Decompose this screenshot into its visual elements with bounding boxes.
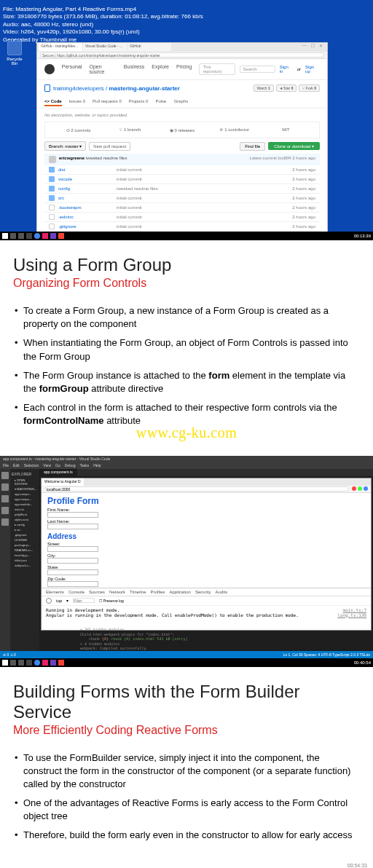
app-icon-2[interactable] xyxy=(50,660,56,666)
find-file-button[interactable]: Find file xyxy=(240,142,265,151)
sidebar-file[interactable]: tsconfig.js... xyxy=(12,553,38,558)
sidebar-file[interactable]: ▸ src xyxy=(12,527,38,532)
dt-tab-audits[interactable]: Audits xyxy=(216,590,228,594)
last-name-input[interactable] xyxy=(47,524,98,529)
search-input[interactable]: Search xyxy=(240,66,275,73)
app-icon-3[interactable] xyxy=(58,660,64,666)
signup-link[interactable]: Sign up xyxy=(305,65,320,74)
watch-button[interactable]: Watch 1 xyxy=(254,84,274,92)
taskview-icon[interactable] xyxy=(18,233,24,239)
tab-projects[interactable]: Projects 0 xyxy=(129,98,149,106)
dt-tab-security[interactable]: Security xyxy=(195,590,211,594)
street-input[interactable] xyxy=(47,546,98,552)
file-commit-msg[interactable]: tweaked readme files xyxy=(117,186,292,191)
file-commit-msg[interactable]: initial commit xyxy=(117,205,292,210)
file-name[interactable]: dist xyxy=(58,167,117,172)
sidebar-file[interactable]: styles.scss xyxy=(12,517,38,522)
app-icon-2[interactable] xyxy=(50,233,56,239)
clone-download-button[interactable]: Clone or download ▾ xyxy=(268,142,320,150)
city-input[interactable] xyxy=(47,558,98,564)
folder-section[interactable]: ▾ MASTERING... xyxy=(12,486,38,492)
browser-tab-github[interactable]: GitHub - training4dev... xyxy=(39,43,82,51)
file-row[interactable]: .bootstraprcinitial commit2 hours ago xyxy=(44,203,320,213)
stat-releases[interactable]: ◉ 0 releases xyxy=(156,125,208,135)
menu-view[interactable]: View xyxy=(43,463,51,469)
first-name-input[interactable] xyxy=(47,512,98,518)
file-row[interactable]: .gitignoreinitial commit2 hours ago xyxy=(44,222,320,232)
inner-browser-tab[interactable]: Welcome to Angular D xyxy=(42,478,84,486)
menu-go[interactable]: Go xyxy=(55,463,60,469)
nav-pricing[interactable]: Pricing xyxy=(176,64,192,74)
sidebar-file[interactable]: tslint.json xyxy=(12,558,38,563)
dt-tab-timeline[interactable]: Timeline xyxy=(130,590,146,594)
app-icon[interactable] xyxy=(42,660,48,666)
stat-commits[interactable]: ⊙ 2 commits xyxy=(52,125,104,135)
file-name[interactable]: config xyxy=(58,186,117,191)
file-row[interactable]: srcinitial commit2 hours ago xyxy=(44,194,320,203)
explorer-icon[interactable] xyxy=(1,472,9,479)
file-commit-msg[interactable]: initial commit xyxy=(117,215,292,219)
menu-file[interactable]: File xyxy=(3,463,9,469)
fork-button[interactable]: ⑂ Fork 0 xyxy=(299,84,320,92)
tab-issues[interactable]: Issues 0 xyxy=(69,98,85,106)
ext-icon-3[interactable] xyxy=(364,486,368,491)
menu-edit[interactable]: Edit xyxy=(13,463,20,469)
repo-name-link[interactable]: mastering-angular-starter xyxy=(109,85,180,92)
file-commit-msg[interactable]: initial commit xyxy=(117,224,292,229)
commit-author[interactable]: ericwgreene xyxy=(59,156,85,163)
chrome-icon[interactable] xyxy=(34,233,40,239)
clear-console-icon[interactable] xyxy=(46,598,52,604)
extensions-icon[interactable] xyxy=(1,518,9,526)
debug-icon[interactable] xyxy=(1,507,9,514)
console-source-link[interactable]: main.ts:7 xyxy=(342,607,366,612)
dt-tab-console[interactable]: Console xyxy=(68,590,85,594)
tab-code[interactable]: <> Code xyxy=(44,98,62,106)
start-button-icon[interactable] xyxy=(2,660,8,666)
star-button[interactable]: ★ Star 0 xyxy=(276,84,297,92)
explorer-icon[interactable] xyxy=(26,660,32,666)
file-name[interactable]: .bootstraprc xyxy=(58,205,117,210)
file-commit-msg[interactable]: initial commit xyxy=(117,167,292,172)
sidebar-file[interactable]: LICENSE xyxy=(12,537,38,542)
app-icon-3[interactable] xyxy=(58,233,64,239)
sidebar-file[interactable]: app.compo... xyxy=(12,497,38,502)
context-select[interactable]: top xyxy=(56,599,62,603)
browser-tab-github2[interactable]: GitHub xyxy=(127,43,171,51)
commit-time[interactable]: Latest commit bcd8f4 2 hours ago xyxy=(250,156,315,163)
nav-explore[interactable]: Explore xyxy=(152,64,169,74)
file-name[interactable]: .eslintrc xyxy=(58,215,117,219)
file-name[interactable]: src xyxy=(58,196,117,200)
git-icon[interactable] xyxy=(1,495,9,502)
recycle-bin-icon[interactable]: Recycle Bin xyxy=(4,41,25,66)
file-commit-msg[interactable]: initial commit xyxy=(117,177,292,181)
new-pull-request-button[interactable]: New pull request xyxy=(89,142,130,151)
menu-tasks[interactable]: Tasks xyxy=(79,463,89,469)
sidebar-file[interactable]: .gitignore xyxy=(12,532,38,537)
file-row[interactable]: vscodeinitial commit2 hours ago xyxy=(44,175,320,184)
sidebar-file[interactable]: package.js... xyxy=(12,542,38,548)
file-row[interactable]: configtweaked readme files2 hours ago xyxy=(44,184,320,194)
browser-tab-vscode[interactable]: Visual Studio Code - ... xyxy=(83,43,127,51)
branch-select[interactable]: Branch: master ▾ xyxy=(44,141,86,151)
inner-url-input[interactable]: localhost:3000 xyxy=(44,486,349,492)
sidebar-file[interactable]: webpack.c... xyxy=(12,563,38,568)
file-row[interactable]: distinitial commit2 hours ago xyxy=(44,165,320,175)
menu-help[interactable]: Help xyxy=(93,463,101,469)
zip-input[interactable] xyxy=(47,581,98,587)
editor-tab[interactable]: app.component.ts xyxy=(39,469,77,476)
nav-personal[interactable]: Personal xyxy=(62,64,82,74)
status-right[interactable]: Ln 1, Col 30 Spaces: 4 UTF-8 TypeScript … xyxy=(283,652,370,657)
file-row[interactable]: .eslintrcinitial commit2 hours ago xyxy=(44,213,320,222)
avatar-icon[interactable] xyxy=(49,156,56,163)
search-icon[interactable] xyxy=(10,233,16,239)
close-icon[interactable]: ✕ xyxy=(319,43,323,52)
stat-branches[interactable]: ⑂ 1 branch xyxy=(104,125,156,135)
ext-icon-2[interactable] xyxy=(358,486,362,491)
taskview-icon[interactable] xyxy=(18,660,24,666)
repo-owner-link[interactable]: training4developers xyxy=(53,85,104,92)
nav-opensource[interactable]: Open source xyxy=(89,64,116,74)
search-icon[interactable] xyxy=(10,660,16,666)
url-input[interactable]: Secure | https://github.com/training4dev… xyxy=(40,52,324,58)
nav-business[interactable]: Business xyxy=(124,64,144,74)
search-icon[interactable] xyxy=(1,484,9,491)
